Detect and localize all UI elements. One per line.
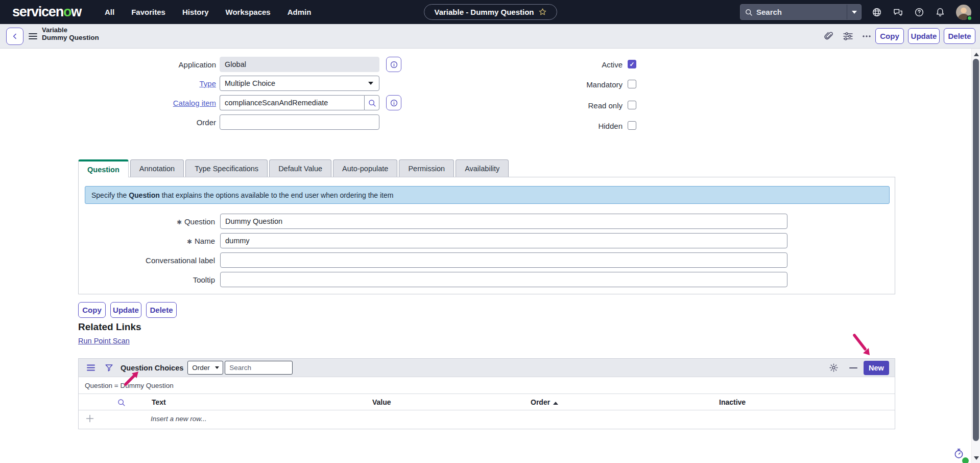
scroll-down-arrow[interactable] <box>974 456 979 460</box>
question-field[interactable] <box>220 214 787 229</box>
favorite-star-icon[interactable] <box>538 8 547 16</box>
list-column-header-row: Text Value Order Inactive <box>79 393 895 410</box>
catalog-item-label-link[interactable]: Catalog item <box>73 99 216 107</box>
question-label: ✱Question <box>79 217 215 226</box>
vertical-scrollbar[interactable] <box>971 49 980 463</box>
tab-availability[interactable]: Availability <box>456 159 509 177</box>
chevron-down-icon <box>368 82 373 85</box>
conversational-label-field[interactable] <box>220 252 787 268</box>
type-select[interactable]: Multiple Choice <box>220 76 379 91</box>
logo-text-end: w <box>71 4 81 19</box>
application-label: Application <box>73 60 216 69</box>
collapse-list-icon[interactable] <box>849 367 857 369</box>
top-nav: servicenow All Favorites History Workspa… <box>0 0 980 24</box>
filter-funnel-icon[interactable] <box>105 363 113 372</box>
list-title: Question Choices <box>121 364 183 372</box>
catalog-item-info-button[interactable] <box>386 95 401 110</box>
catalog-item-input[interactable] <box>220 95 364 110</box>
order-field[interactable] <box>220 114 379 130</box>
search-field-select-value: Order <box>192 364 210 372</box>
add-row-plus-icon[interactable] <box>86 414 94 425</box>
delete-button-header[interactable]: Delete <box>944 28 975 44</box>
read-only-checkbox[interactable] <box>628 101 636 109</box>
gear-icon[interactable] <box>829 363 839 373</box>
help-icon[interactable] <box>914 7 924 17</box>
globe-icon[interactable] <box>872 7 882 17</box>
tab-annotation[interactable]: Annotation <box>130 159 184 177</box>
user-avatar[interactable] <box>956 5 971 20</box>
tab-default-value[interactable]: Default Value <box>269 159 331 177</box>
column-header-order[interactable]: Order <box>531 398 558 406</box>
tab-permission[interactable]: Permission <box>399 159 454 177</box>
attachment-paperclip-icon[interactable] <box>824 24 834 49</box>
agent-status-dot[interactable] <box>962 457 969 463</box>
info-icon <box>390 60 398 69</box>
form-tabs: Question Annotation Type Specifications … <box>78 159 509 177</box>
tab-type-specifications[interactable]: Type Specifications <box>185 159 268 177</box>
copy-button-header[interactable]: Copy <box>875 28 904 44</box>
update-button-footer[interactable]: Update <box>110 302 141 318</box>
required-marker: ✱ <box>187 238 192 245</box>
insert-new-row[interactable]: Insert a new row... <box>79 410 895 428</box>
context-pill-label: Variable - Dummy Question <box>434 8 534 16</box>
active-checkbox[interactable]: ✓ <box>628 60 636 68</box>
insert-new-row-text: Insert a new row... <box>151 415 207 423</box>
menu-history[interactable]: History <box>182 8 209 16</box>
nav-icon-group <box>872 0 971 24</box>
servicenow-app: servicenow All Favorites History Workspa… <box>0 0 980 463</box>
search-icon <box>745 8 753 16</box>
column-header-value[interactable]: Value <box>372 398 391 406</box>
column-header-text[interactable]: Text <box>152 398 166 406</box>
notifications-bell-icon[interactable] <box>935 7 945 17</box>
search-icon <box>368 99 376 107</box>
copy-button-footer[interactable]: Copy <box>78 302 106 318</box>
tab-question[interactable]: Question <box>78 159 129 177</box>
delete-button-footer[interactable]: Delete <box>146 302 177 318</box>
list-header: Question Choices Order New <box>79 359 895 377</box>
back-button[interactable] <box>6 28 23 45</box>
name-field[interactable] <box>220 233 787 248</box>
menu-favorites[interactable]: Favorites <box>131 8 165 16</box>
info-message-box: Specify the Question that explains the o… <box>85 186 890 204</box>
menu-workspaces[interactable]: Workspaces <box>226 8 271 16</box>
list-search-input[interactable] <box>225 361 293 375</box>
chat-icon[interactable] <box>893 7 903 17</box>
column-search-icon[interactable] <box>117 398 126 409</box>
menu-admin[interactable]: Admin <box>288 8 312 16</box>
required-marker: ✱ <box>177 219 182 226</box>
hidden-checkbox[interactable] <box>628 121 636 130</box>
name-label: ✱Name <box>79 237 215 245</box>
order-label: Order <box>73 118 216 127</box>
tooltip-field[interactable] <box>220 272 787 287</box>
run-point-scan-link[interactable]: Run Point Scan <box>78 337 130 345</box>
menu-all[interactable]: All <box>105 8 114 16</box>
hidden-label: Hidden <box>511 122 623 130</box>
record-name-label: Dummy Question <box>42 34 99 41</box>
column-header-inactive[interactable]: Inactive <box>719 398 746 406</box>
search-scope-dropdown[interactable] <box>847 5 861 19</box>
global-search[interactable] <box>740 4 862 20</box>
new-button[interactable]: New <box>864 361 889 375</box>
related-links-heading: Related Links <box>78 321 141 333</box>
list-context-menu-icon[interactable] <box>87 364 95 371</box>
tab-auto-populate[interactable]: Auto-populate <box>333 159 397 177</box>
chevron-left-icon <box>11 32 19 40</box>
mandatory-checkbox[interactable] <box>628 80 636 88</box>
update-button-header[interactable]: Update <box>908 28 940 44</box>
context-pill[interactable]: Variable - Dummy Question <box>424 4 557 20</box>
record-type-label: Variable <box>42 26 99 34</box>
personalize-sliders-icon[interactable] <box>843 24 853 49</box>
servicenow-logo[interactable]: servicenow <box>12 4 81 20</box>
list-filter-breadcrumb[interactable]: Question = Dummy Question <box>79 377 895 393</box>
catalog-item-lookup-button[interactable] <box>364 95 379 110</box>
search-input[interactable] <box>756 8 847 16</box>
application-info-button[interactable] <box>386 57 401 72</box>
scrollbar-thumb[interactable] <box>973 59 979 441</box>
more-actions-icon[interactable] <box>862 24 872 49</box>
type-label-link[interactable]: Type <box>73 79 216 88</box>
conversational-label-label: Conversational label <box>79 256 215 265</box>
application-field[interactable] <box>220 57 379 72</box>
form-context-menu-icon[interactable] <box>29 33 37 42</box>
search-field-select[interactable]: Order <box>187 361 223 375</box>
scroll-up-arrow[interactable] <box>974 53 979 56</box>
